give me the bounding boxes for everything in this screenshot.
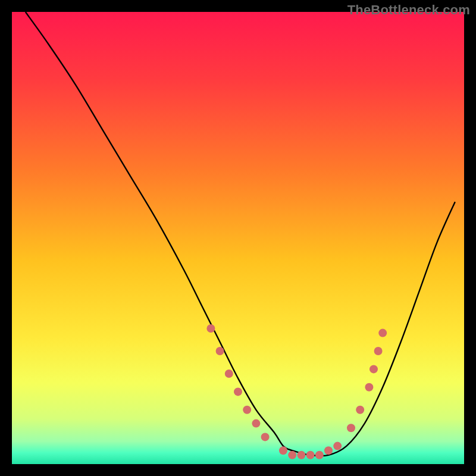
data-marker [297,451,305,459]
watermark-text: TheBottleneck.com [347,2,470,18]
gradient-background [12,12,464,464]
data-marker [225,369,233,378]
data-marker [369,365,378,373]
data-marker [206,324,215,333]
data-marker [243,406,251,414]
data-marker [347,424,355,432]
data-marker [234,387,242,396]
chart-svg [12,12,464,464]
data-marker [324,446,333,455]
data-marker [261,433,270,441]
data-marker [333,442,342,450]
data-marker [315,451,324,459]
chart-frame: TheBottleneck.com [0,0,476,476]
data-marker [279,446,287,455]
data-marker [374,347,383,355]
data-marker [216,347,224,355]
data-marker [252,419,260,428]
data-marker [306,451,315,459]
data-marker [365,383,373,392]
plot-area [12,12,464,464]
data-marker [288,451,296,459]
data-marker [356,406,364,414]
data-marker [378,329,387,337]
